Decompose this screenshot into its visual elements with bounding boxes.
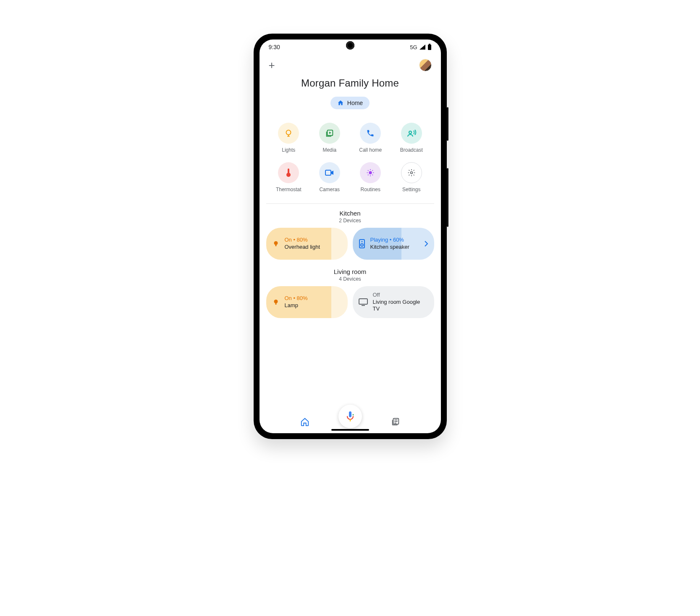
svg-point-2	[286, 130, 291, 135]
room-device-count: 2 Devices	[266, 218, 434, 224]
svg-rect-21	[275, 245, 276, 246]
device-card-overhead-light[interactable]: On • 80% Overhead light	[266, 228, 348, 260]
quick-label: Thermostat	[276, 187, 301, 192]
nav-feed[interactable]	[383, 417, 408, 426]
room-name: Kitchen	[266, 210, 434, 217]
assistant-mic-button[interactable]	[338, 405, 362, 428]
quick-label: Media	[322, 147, 336, 153]
room-header-living[interactable]: Living room 4 Devices	[266, 268, 434, 282]
svg-point-19	[410, 172, 412, 174]
quick-thermostat[interactable]: Thermostat	[270, 162, 308, 192]
bulb-icon	[272, 240, 280, 247]
camera-icon	[325, 169, 334, 176]
svg-line-16	[372, 175, 373, 175]
quick-label: Broadcast	[400, 147, 423, 153]
status-time: 9:30	[269, 44, 280, 50]
nav-home[interactable]	[292, 417, 317, 426]
svg-point-31	[352, 414, 354, 416]
battery-icon	[427, 44, 432, 50]
broadcast-icon	[406, 129, 417, 137]
quick-label: Settings	[402, 187, 420, 192]
front-camera	[346, 41, 354, 50]
quick-broadcast[interactable]: Broadcast	[392, 123, 431, 153]
home-icon	[300, 417, 309, 426]
svg-rect-0	[428, 45, 431, 50]
device-name: Lamp	[285, 302, 308, 309]
quick-call-home[interactable]: Call home	[351, 123, 390, 153]
room-device-count: 4 Devices	[266, 276, 434, 282]
phone-frame: 9:30 5G + Morgan Family Home Home	[254, 34, 447, 439]
device-status: On • 80%	[285, 295, 308, 302]
svg-point-23	[361, 241, 362, 242]
svg-point-10	[369, 171, 372, 174]
device-card-kitchen-speaker[interactable]: Playing • 60% Kitchen speaker	[353, 228, 434, 260]
svg-point-24	[361, 244, 363, 246]
device-card-google-tv[interactable]: Off Living room Google TV	[353, 286, 434, 318]
bulb-icon	[284, 129, 293, 138]
quick-cameras[interactable]: Cameras	[310, 162, 349, 192]
quick-label: Lights	[282, 147, 295, 153]
power-button	[447, 168, 448, 227]
thermostat-icon	[286, 168, 291, 177]
svg-point-25	[274, 300, 278, 303]
quick-media[interactable]: Media	[310, 123, 349, 153]
svg-line-17	[368, 175, 368, 175]
home-icon	[337, 100, 344, 106]
media-icon	[325, 129, 334, 138]
home-title: Morgan Family Home	[266, 77, 434, 89]
svg-rect-1	[429, 44, 430, 45]
tv-icon	[359, 298, 368, 306]
phone-icon	[366, 129, 375, 137]
status-network: 5G	[410, 44, 417, 50]
signal-icon	[419, 44, 426, 50]
quick-label: Routines	[361, 187, 380, 192]
quick-lights[interactable]: Lights	[270, 123, 308, 153]
device-status: On • 80%	[285, 237, 320, 244]
chevron-right-icon	[424, 241, 428, 247]
quick-settings[interactable]: Settings	[392, 162, 431, 192]
device-card-lamp[interactable]: On • 80% Lamp	[266, 286, 348, 318]
gear-icon	[407, 168, 416, 177]
device-name: Kitchen speaker	[370, 244, 409, 251]
svg-rect-26	[275, 303, 276, 305]
device-status: Off	[373, 292, 428, 299]
gesture-bar[interactable]	[331, 429, 369, 431]
device-name: Living room Google TV	[373, 299, 428, 313]
device-name: Overhead light	[285, 244, 320, 251]
room-header-kitchen[interactable]: Kitchen 2 Devices	[266, 210, 434, 224]
svg-rect-9	[325, 170, 331, 175]
account-avatar[interactable]	[419, 59, 432, 71]
svg-rect-27	[359, 299, 367, 304]
home-chip-label: Home	[347, 100, 363, 106]
bulb-icon	[272, 298, 280, 306]
home-chip[interactable]: Home	[330, 97, 370, 109]
svg-point-6	[409, 131, 412, 134]
svg-rect-29	[349, 411, 351, 417]
quick-routines[interactable]: Routines	[351, 162, 390, 192]
routines-icon	[366, 168, 375, 177]
speaker-icon	[359, 239, 365, 248]
room-name: Living room	[266, 268, 434, 275]
quick-label: Call home	[359, 147, 382, 153]
add-button[interactable]: +	[269, 60, 275, 71]
svg-line-18	[372, 170, 373, 171]
divider	[266, 203, 434, 204]
quick-label: Cameras	[319, 187, 340, 192]
svg-point-8	[286, 173, 291, 177]
device-status: Playing • 60%	[370, 237, 409, 244]
mic-icon	[345, 411, 355, 422]
volume-button	[447, 107, 448, 141]
svg-line-15	[368, 170, 368, 171]
svg-point-20	[274, 241, 278, 245]
feed-icon	[391, 417, 400, 426]
